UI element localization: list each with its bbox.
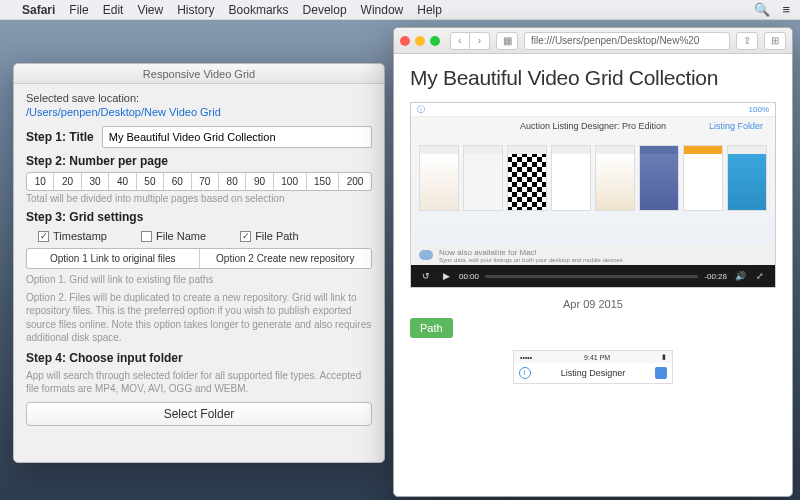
menu-list-icon[interactable]: ≡ — [782, 2, 790, 17]
share-icon[interactable]: ⇪ — [736, 32, 758, 50]
option-new-repository[interactable]: Option 2 Create new repository — [200, 249, 372, 268]
title-input[interactable] — [102, 126, 372, 148]
video-still: Auction Listing Designer: Pro Edition Li… — [411, 117, 775, 245]
time-remaining: -00:28 — [704, 272, 727, 281]
per-page-20[interactable]: 20 — [54, 173, 81, 190]
option-selector[interactable]: Option 1 Link to original files Option 2… — [26, 248, 372, 269]
menubar-app-name[interactable]: Safari — [22, 3, 55, 17]
safari-window: ‹ › ▦ file:///Users/penpen/Desktop/New%2… — [393, 27, 793, 497]
video-date: Apr 09 2015 — [410, 298, 776, 310]
tabs-icon[interactable]: ⊞ — [764, 32, 786, 50]
per-page-90[interactable]: 90 — [246, 173, 273, 190]
option-link-original[interactable]: Option 1 Link to original files — [27, 249, 200, 268]
forward-button[interactable]: › — [470, 32, 490, 50]
rewind-icon[interactable]: ↺ — [419, 271, 433, 281]
video-controls[interactable]: ↺ ▶ 00:00 -00:28 🔊 ⤢ — [411, 265, 775, 287]
play-icon[interactable]: ▶ — [439, 271, 453, 281]
per-page-70[interactable]: 70 — [192, 173, 219, 190]
battery-icon: ▮ — [662, 353, 666, 361]
video-banner: Now also available for Mac! Sync data, e… — [411, 245, 775, 265]
folder-label: Listing Folder — [709, 121, 763, 131]
info-icon: ⓘ — [417, 104, 425, 115]
checkbox-filename[interactable]: File Name — [141, 230, 206, 242]
menubar-help[interactable]: Help — [417, 3, 442, 17]
step1-heading: Step 1: Title — [26, 130, 94, 144]
mini-device-card: ••••• 9:41 PM ▮ i Listing Designer — [513, 350, 673, 384]
banner-title: Now also available for Mac! — [439, 248, 623, 257]
settings-window-title[interactable]: Responsive Video Grid — [14, 64, 384, 84]
fullscreen-video-icon[interactable]: ⤢ — [753, 271, 767, 281]
per-page-10[interactable]: 10 — [27, 173, 54, 190]
banner-subtitle: Sync data, edit your listings on both yo… — [439, 257, 623, 263]
option2-description: Option 2. Files will be duplicated to cr… — [26, 291, 372, 345]
safari-page-content: My Beautiful Video Grid Collection ⓘ 100… — [394, 54, 792, 496]
per-page-50[interactable]: 50 — [137, 173, 164, 190]
per-page-200[interactable]: 200 — [339, 173, 371, 190]
step2-hint: Total will be divided into multiple page… — [26, 193, 372, 204]
window-traffic-lights[interactable] — [400, 36, 440, 46]
page-title: My Beautiful Video Grid Collection — [410, 66, 776, 90]
step2-heading: Step 2: Number per page — [26, 154, 372, 168]
select-folder-button[interactable]: Select Folder — [26, 402, 372, 426]
settings-window: Responsive Video Grid Selected save loca… — [13, 63, 385, 463]
carousel-thumb — [727, 145, 767, 211]
volume-icon[interactable]: 🔊 — [733, 271, 747, 281]
signal-icon: ••••• — [520, 354, 532, 361]
info-circle-icon: i — [519, 367, 531, 379]
checkbox-timestamp-label: Timestamp — [53, 230, 107, 242]
per-page-40[interactable]: 40 — [109, 173, 136, 190]
carousel-thumb — [507, 145, 547, 211]
save-location-path[interactable]: /Users/penpen/Desktop/New Video Grid — [26, 106, 372, 118]
menubar-view[interactable]: View — [137, 3, 163, 17]
step3-heading: Step 3: Grid settings — [26, 210, 372, 224]
menubar-file[interactable]: File — [69, 3, 88, 17]
address-bar[interactable]: file:///Users/penpen/Desktop/New%20 — [524, 32, 730, 50]
menubar-history[interactable]: History — [177, 3, 214, 17]
checkbox-filepath-label: File Path — [255, 230, 298, 242]
safari-toolbar: ‹ › ▦ file:///Users/penpen/Desktop/New%2… — [394, 28, 792, 54]
close-icon[interactable] — [400, 36, 410, 46]
step4-description: App will search through selected folder … — [26, 369, 372, 396]
back-button[interactable]: ‹ — [450, 32, 470, 50]
spotlight-icon[interactable]: 🔍 — [754, 2, 770, 17]
carousel-thumb — [419, 145, 459, 211]
mini-card-time: 9:41 PM — [584, 354, 610, 361]
menubar-edit[interactable]: Edit — [103, 3, 124, 17]
carousel-thumb — [595, 145, 635, 211]
minimize-icon[interactable] — [415, 36, 425, 46]
seek-track[interactable] — [485, 275, 698, 278]
save-location-label: Selected save location: — [26, 92, 372, 104]
per-page-30[interactable]: 30 — [82, 173, 109, 190]
fullscreen-icon[interactable] — [430, 36, 440, 46]
video-player[interactable]: ⓘ 100% Auction Listing Designer: Pro Edi… — [410, 102, 776, 288]
per-page-100[interactable]: 100 — [274, 173, 307, 190]
menubar-develop[interactable]: Develop — [303, 3, 347, 17]
option1-description: Option 1. Grid will link to existing fil… — [26, 273, 372, 287]
menubar-window[interactable]: Window — [361, 3, 404, 17]
per-page-150[interactable]: 150 — [307, 173, 340, 190]
checkbox-timestamp[interactable]: Timestamp — [38, 230, 107, 242]
macos-menubar: Safari File Edit View History Bookmarks … — [0, 0, 800, 20]
step4-heading: Step 4: Choose input folder — [26, 351, 372, 365]
per-page-selector[interactable]: 10 20 30 40 50 60 70 80 90 100 150 200 — [26, 172, 372, 191]
app-square-icon — [655, 367, 667, 379]
carousel-thumb — [463, 145, 503, 211]
cloud-icon — [419, 250, 433, 260]
carousel-thumb — [639, 145, 679, 211]
battery-indicator: 100% — [749, 105, 769, 114]
per-page-80[interactable]: 80 — [219, 173, 246, 190]
time-current: 00:00 — [459, 272, 479, 281]
path-button[interactable]: Path — [410, 318, 453, 338]
carousel-thumb — [551, 145, 591, 211]
checkbox-filepath[interactable]: File Path — [240, 230, 298, 242]
per-page-60[interactable]: 60 — [164, 173, 191, 190]
carousel-thumb — [683, 145, 723, 211]
menubar-bookmarks[interactable]: Bookmarks — [229, 3, 289, 17]
sidebar-toggle-icon[interactable]: ▦ — [496, 32, 518, 50]
mini-card-title: Listing Designer — [561, 368, 626, 378]
checkbox-filename-label: File Name — [156, 230, 206, 242]
